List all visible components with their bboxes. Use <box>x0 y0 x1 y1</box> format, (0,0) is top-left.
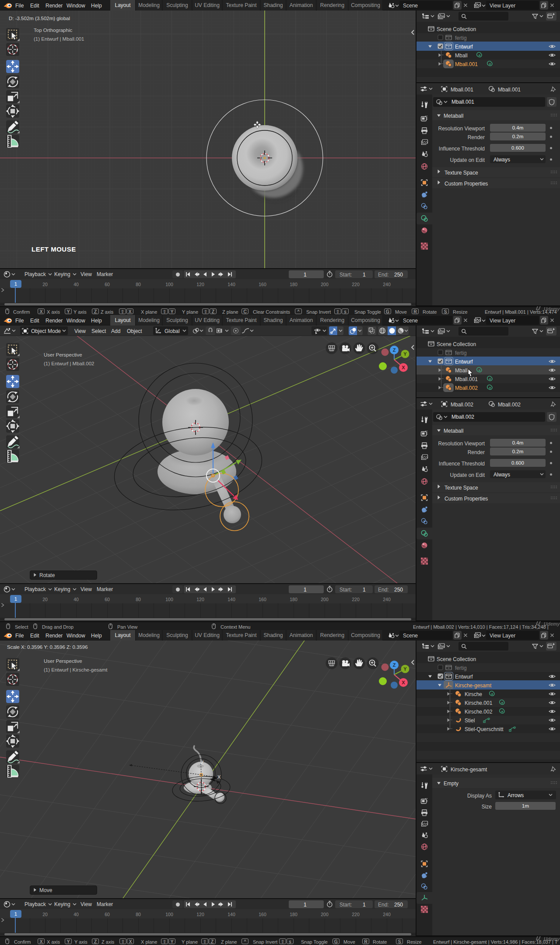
svg-text:X: X <box>402 680 405 685</box>
svg-text:Y: Y <box>403 351 407 357</box>
svg-text:X: X <box>217 774 221 780</box>
svg-text:X: X <box>402 365 405 370</box>
svg-text:Z: Z <box>393 347 396 353</box>
svg-text:Z: Z <box>393 662 396 668</box>
svg-text:Z: Z <box>201 760 204 765</box>
svg-text:Y: Y <box>403 666 407 672</box>
